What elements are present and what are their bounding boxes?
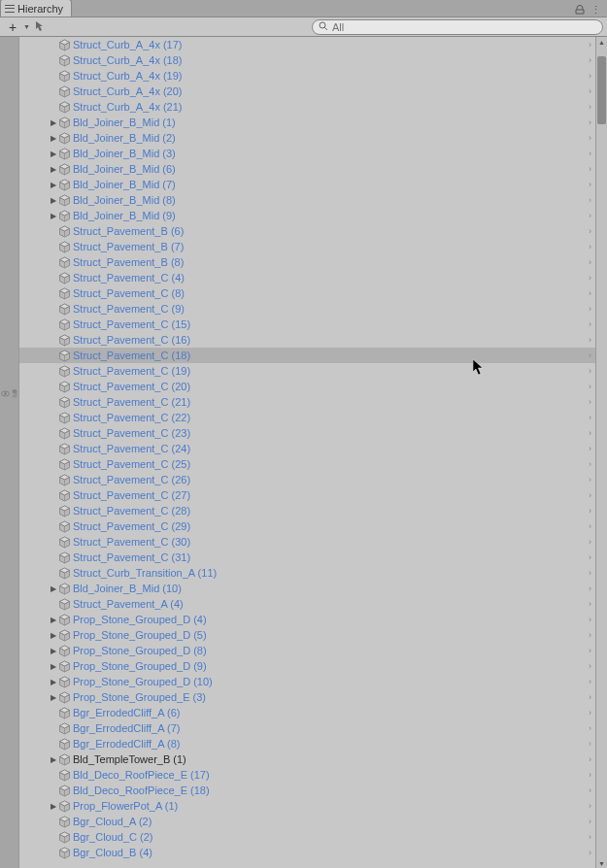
- foldout-icon[interactable]: ▶: [49, 678, 58, 686]
- foldout-icon[interactable]: ▶: [49, 693, 58, 702]
- hierarchy-row[interactable]: ▶Struct_Pavement_C (18)›: [19, 348, 595, 363]
- hierarchy-row[interactable]: ▶Prop_Stone_Grouped_D (8)›: [19, 643, 595, 658]
- prefab-open-icon[interactable]: ›: [589, 102, 591, 112]
- hierarchy-row[interactable]: ▶Struct_Pavement_A (4)›: [19, 596, 595, 612]
- hierarchy-row[interactable]: ▶Bld_Joiner_B_Mid (1)›: [19, 115, 595, 130]
- scroll-up-icon[interactable]: ▲: [596, 37, 607, 47]
- hierarchy-row[interactable]: ▶Bgr_Cloud_B (4)›: [19, 845, 595, 860]
- prefab-open-icon[interactable]: ›: [589, 226, 591, 236]
- search-input[interactable]: [332, 21, 596, 33]
- foldout-icon[interactable]: ▶: [49, 165, 58, 174]
- hierarchy-tree[interactable]: ▶Struct_Curb_A_4x (17)›▶Struct_Curb_A_4x…: [19, 37, 595, 868]
- prefab-open-icon[interactable]: ›: [589, 319, 591, 329]
- hierarchy-row[interactable]: ▶Struct_Pavement_C (30)›: [19, 534, 595, 550]
- hierarchy-row[interactable]: ▶Struct_Pavement_C (19)›: [19, 363, 595, 379]
- hierarchy-row[interactable]: ▶Struct_Pavement_C (28)›: [19, 503, 595, 518]
- prefab-open-icon[interactable]: ›: [589, 692, 591, 702]
- prefab-open-icon[interactable]: ›: [589, 537, 591, 547]
- hierarchy-row[interactable]: ▶Struct_Curb_A_4x (19)›: [19, 68, 595, 83]
- panel-menu-icon[interactable]: ⋮: [590, 4, 601, 17]
- prefab-open-icon[interactable]: ›: [589, 754, 591, 764]
- prefab-open-icon[interactable]: ›: [589, 55, 591, 65]
- hierarchy-row[interactable]: ▶Struct_Pavement_C (4)›: [19, 270, 595, 285]
- hierarchy-row[interactable]: ▶Struct_Curb_A_4x (17)›: [19, 37, 595, 52]
- prefab-open-icon[interactable]: ›: [589, 164, 591, 174]
- prefab-open-icon[interactable]: ›: [589, 521, 591, 531]
- foldout-icon[interactable]: ▶: [49, 755, 58, 764]
- hierarchy-row[interactable]: ▶Bld_Joiner_B_Mid (8)›: [19, 192, 595, 208]
- hierarchy-row[interactable]: ▶Bgr_ErrodedCliff_A (8)›: [19, 736, 595, 751]
- hierarchy-row[interactable]: ▶Struct_Pavement_C (9)›: [19, 301, 595, 317]
- pickable-toggle-icon[interactable]: [11, 389, 18, 400]
- hierarchy-row[interactable]: ▶Struct_Pavement_C (25)›: [19, 456, 595, 472]
- create-button[interactable]: +: [4, 19, 21, 35]
- prefab-open-icon[interactable]: ›: [589, 817, 591, 826]
- prefab-open-icon[interactable]: ›: [589, 351, 591, 360]
- hierarchy-row[interactable]: ▶Prop_Stone_Grouped_D (5)›: [19, 627, 595, 643]
- prefab-open-icon[interactable]: ›: [589, 739, 591, 749]
- hierarchy-row[interactable]: ▶Prop_Stone_Grouped_E (3)›: [19, 689, 595, 705]
- prefab-open-icon[interactable]: ›: [589, 630, 591, 640]
- prefab-open-icon[interactable]: ›: [589, 615, 591, 624]
- prefab-open-icon[interactable]: ›: [589, 661, 591, 671]
- hierarchy-row[interactable]: ▶Struct_Pavement_C (29)›: [19, 518, 595, 534]
- foldout-icon[interactable]: ▶: [49, 631, 58, 640]
- prefab-open-icon[interactable]: ›: [589, 40, 591, 50]
- prefab-open-icon[interactable]: ›: [589, 242, 591, 251]
- hierarchy-row[interactable]: ▶Struct_Pavement_C (26)›: [19, 472, 595, 487]
- hierarchy-row[interactable]: ▶Prop_Stone_Grouped_D (4)›: [19, 612, 595, 627]
- hierarchy-row[interactable]: ▶Struct_Pavement_C (31)›: [19, 550, 595, 565]
- prefab-open-icon[interactable]: ›: [589, 490, 591, 500]
- hierarchy-row[interactable]: ▶Struct_Pavement_C (20)›: [19, 379, 595, 394]
- foldout-icon[interactable]: ▶: [49, 118, 58, 127]
- hierarchy-row[interactable]: ▶Prop_Stone_Grouped_D (9)›: [19, 658, 595, 674]
- hierarchy-row[interactable]: ▶Struct_Pavement_B (6)›: [19, 223, 595, 239]
- foldout-icon[interactable]: ▶: [49, 802, 58, 811]
- visibility-toggle-icon[interactable]: [1, 389, 10, 399]
- hierarchy-row[interactable]: ▶Bld_Joiner_B_Mid (3)›: [19, 146, 595, 161]
- prefab-open-icon[interactable]: ›: [589, 273, 591, 283]
- hierarchy-row[interactable]: ▶Bld_Joiner_B_Mid (9)›: [19, 208, 595, 223]
- search-field[interactable]: [312, 19, 603, 35]
- prefab-open-icon[interactable]: ›: [589, 71, 591, 81]
- hierarchy-row[interactable]: ▶Bld_Joiner_B_Mid (2)›: [19, 130, 595, 146]
- hierarchy-row[interactable]: ▶Struct_Pavement_C (22)›: [19, 410, 595, 425]
- hierarchy-row[interactable]: ▶Struct_Pavement_C (21)›: [19, 394, 595, 410]
- prefab-open-icon[interactable]: ›: [589, 708, 591, 718]
- hierarchy-row[interactable]: ▶Struct_Curb_A_4x (20)›: [19, 83, 595, 99]
- hierarchy-row[interactable]: ▶Bld_TempleTower_B (1)›: [19, 751, 595, 767]
- hierarchy-row[interactable]: ▶Prop_Stone_Grouped_D (10)›: [19, 674, 595, 689]
- hierarchy-row[interactable]: ▶Bld_Joiner_B_Mid (6)›: [19, 161, 595, 177]
- prefab-open-icon[interactable]: ›: [589, 801, 591, 811]
- hierarchy-row[interactable]: ▶Bld_Joiner_B_Mid (7)›: [19, 177, 595, 192]
- vertical-scrollbar[interactable]: ▲ ▼: [595, 37, 607, 868]
- foldout-icon[interactable]: ▶: [49, 134, 58, 143]
- scroll-down-icon[interactable]: ▼: [596, 858, 607, 868]
- foldout-icon[interactable]: ▶: [49, 150, 58, 158]
- prefab-open-icon[interactable]: ›: [589, 180, 591, 189]
- prefab-open-icon[interactable]: ›: [589, 149, 591, 158]
- foldout-icon[interactable]: ▶: [49, 584, 58, 593]
- prefab-open-icon[interactable]: ›: [589, 785, 591, 795]
- foldout-icon[interactable]: ▶: [49, 647, 58, 655]
- prefab-open-icon[interactable]: ›: [589, 599, 591, 609]
- prefab-open-icon[interactable]: ›: [589, 444, 591, 453]
- hierarchy-row[interactable]: ▶Bld_Deco_RoofPiece_E (17)›: [19, 767, 595, 783]
- prefab-open-icon[interactable]: ›: [589, 117, 591, 127]
- hierarchy-row[interactable]: ▶Bgr_ErrodedCliff_A (7)›: [19, 720, 595, 736]
- prefab-open-icon[interactable]: ›: [589, 86, 591, 96]
- prefab-open-icon[interactable]: ›: [589, 195, 591, 205]
- prefab-open-icon[interactable]: ›: [589, 848, 591, 857]
- hierarchy-row[interactable]: ▶Bgr_Cloud_A (2)›: [19, 814, 595, 829]
- prefab-open-icon[interactable]: ›: [589, 552, 591, 562]
- foldout-icon[interactable]: ▶: [49, 212, 58, 220]
- hierarchy-row[interactable]: ▶Bgr_ErrodedCliff_A (6)›: [19, 705, 595, 720]
- prefab-open-icon[interactable]: ›: [589, 459, 591, 469]
- prefab-open-icon[interactable]: ›: [589, 397, 591, 407]
- hierarchy-row[interactable]: ▶Struct_Pavement_C (15)›: [19, 317, 595, 332]
- hierarchy-row[interactable]: ▶Struct_Curb_A_4x (21)›: [19, 99, 595, 115]
- hierarchy-row[interactable]: ▶Struct_Curb_Transition_A (11)›: [19, 565, 595, 581]
- prefab-open-icon[interactable]: ›: [589, 770, 591, 780]
- foldout-icon[interactable]: ▶: [49, 662, 58, 671]
- prefab-open-icon[interactable]: ›: [589, 832, 591, 842]
